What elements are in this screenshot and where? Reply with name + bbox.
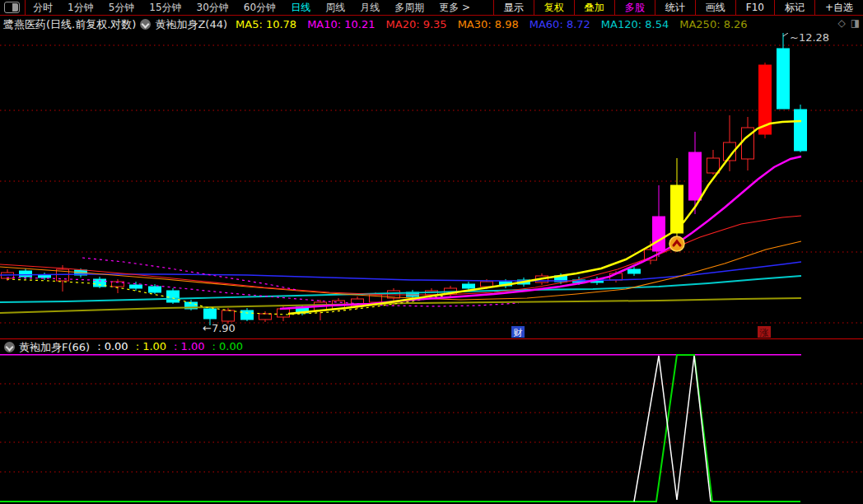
high-price-tick bbox=[783, 33, 788, 36]
period-tab-6[interactable]: 日线 bbox=[283, 0, 318, 15]
candle-body bbox=[707, 158, 720, 173]
candle-body bbox=[204, 309, 217, 319]
tool-menu: 显示复权叠加多股统计画线F10标记+自选 bbox=[493, 0, 863, 15]
period-tab-4[interactable]: 30分钟 bbox=[189, 0, 236, 15]
candle-body bbox=[241, 310, 254, 320]
price-label-1: ←7.90 bbox=[203, 322, 236, 334]
top-menu-bar: 分时1分钟5分钟15分钟30分钟60分钟日线周线月线多周期更多 > 显示复权叠加… bbox=[0, 0, 863, 16]
candle-body bbox=[20, 271, 32, 277]
stock-title: 鹭燕医药(日线.前复权.对数) bbox=[3, 17, 136, 32]
indicator-panel-value-4: : 0.00 bbox=[212, 340, 243, 355]
candle-body bbox=[39, 275, 51, 278]
series-green-signal bbox=[0, 355, 800, 502]
indicator-panel-value-1: : 0.00 bbox=[97, 340, 128, 355]
ma-value-3: MA30: 8.98 bbox=[458, 18, 519, 30]
arrow-icon[interactable]: ◇ bbox=[837, 17, 845, 29]
tool-menu-item-8[interactable]: +自选 bbox=[814, 0, 863, 15]
tool-menu-item-5[interactable]: 画线 bbox=[695, 0, 735, 15]
indicator-panel-header: 黄袍加身F(66): 0.00: 1.00: 1.00: 0.00 bbox=[0, 340, 863, 354]
candle-body bbox=[463, 284, 475, 288]
tool-menu-item-0[interactable]: 显示 bbox=[493, 0, 534, 15]
candle-body bbox=[130, 285, 142, 288]
collapse-chevron-icon[interactable] bbox=[4, 342, 15, 352]
candle-body bbox=[278, 309, 290, 317]
title-bar: 鹭燕医药(日线.前复权.对数) 黄袍加身Z(44) MA5: 10.78MA10… bbox=[0, 16, 863, 33]
period-tab-1[interactable]: 1分钟 bbox=[60, 0, 101, 15]
ma-value-0: MA5: 10.78 bbox=[236, 18, 296, 30]
candle-body bbox=[795, 110, 807, 151]
period-tab-3[interactable]: 15分钟 bbox=[142, 0, 189, 15]
candle-body bbox=[222, 310, 235, 321]
tool-menu-item-7[interactable]: 标记 bbox=[774, 0, 814, 15]
candle-body bbox=[689, 152, 702, 200]
event-badge[interactable]: 财 bbox=[511, 326, 525, 338]
tool-menu-item-1[interactable]: 复权 bbox=[534, 0, 574, 15]
ma-value-2: MA20: 9.35 bbox=[386, 18, 447, 30]
event-badge[interactable]: 涨 bbox=[758, 326, 771, 338]
indicator-panel-value-2: : 1.00 bbox=[136, 340, 166, 355]
period-tab-2[interactable]: 5分钟 bbox=[101, 0, 142, 15]
period-tab-7[interactable]: 周线 bbox=[318, 0, 352, 15]
ma-value-6: MA250: 8.26 bbox=[679, 18, 747, 30]
candle-body bbox=[167, 291, 180, 302]
indicator-values: 黄袍加身F(66): 0.00: 1.00: 1.00: 0.00 bbox=[19, 340, 243, 355]
svg-text:涨: 涨 bbox=[760, 328, 769, 338]
ma-value-5: MA120: 8.54 bbox=[601, 18, 669, 30]
ma-value-1: MA10: 10.21 bbox=[307, 18, 375, 30]
tool-menu-item-4[interactable]: 统计 bbox=[655, 0, 695, 15]
svg-text:财: 财 bbox=[514, 328, 523, 338]
candle-body bbox=[671, 185, 683, 233]
candle-body bbox=[259, 314, 272, 320]
indicator-panel-name[interactable]: 黄袍加身F(66) bbox=[19, 340, 90, 355]
period-menu: 分时1分钟5分钟15分钟30分钟60分钟日线周线月线多周期更多 > bbox=[26, 0, 478, 15]
candle-body bbox=[777, 49, 790, 109]
period-tab-5[interactable]: 60分钟 bbox=[236, 0, 283, 15]
collapse-chevron-icon[interactable] bbox=[140, 19, 151, 30]
series-white-signal bbox=[634, 356, 711, 502]
indicator-chart[interactable] bbox=[0, 354, 863, 504]
buy-signal-marker bbox=[669, 236, 684, 251]
price-label-0: ~12.28 bbox=[790, 33, 829, 44]
period-tab-10[interactable]: 更多 > bbox=[432, 0, 478, 15]
tool-menu-item-2[interactable]: 叠加 bbox=[574, 0, 614, 15]
ma-values: MA5: 10.78MA10: 10.21MA20: 9.35MA30: 8.9… bbox=[236, 18, 748, 30]
split-pane-icon[interactable] bbox=[4, 2, 20, 13]
split-icon[interactable]: ◨ bbox=[851, 17, 860, 29]
tool-menu-item-6[interactable]: F10 bbox=[735, 0, 774, 15]
candle-body bbox=[628, 269, 641, 273]
period-tab-8[interactable]: 月线 bbox=[352, 0, 387, 15]
ma-value-4: MA60: 8.72 bbox=[529, 18, 590, 30]
main-chart[interactable]: ~12.28←7.90财涨 bbox=[0, 33, 863, 338]
indicator-name[interactable]: 黄袍加身Z(44) bbox=[155, 17, 227, 32]
candle-body bbox=[481, 282, 493, 287]
candle-body bbox=[149, 287, 161, 292]
indicator-panel-value-3: : 1.00 bbox=[174, 340, 204, 355]
candle-body bbox=[653, 217, 665, 251]
period-tab-0[interactable]: 分时 bbox=[26, 0, 60, 15]
chart-corner-icons: ◇ ◨ bbox=[837, 17, 860, 29]
tool-menu-item-3[interactable]: 多股 bbox=[614, 0, 655, 15]
period-tab-9[interactable]: 多周期 bbox=[387, 0, 432, 15]
ma-line-MA60 bbox=[0, 262, 801, 281]
